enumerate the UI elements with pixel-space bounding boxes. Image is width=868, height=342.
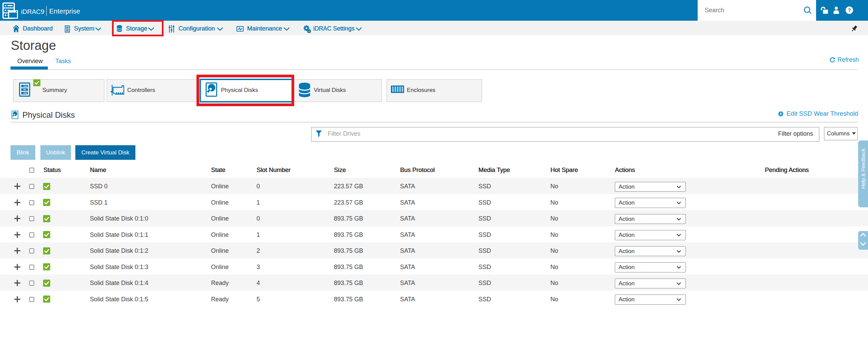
svg-text:?: ? (848, 7, 851, 13)
